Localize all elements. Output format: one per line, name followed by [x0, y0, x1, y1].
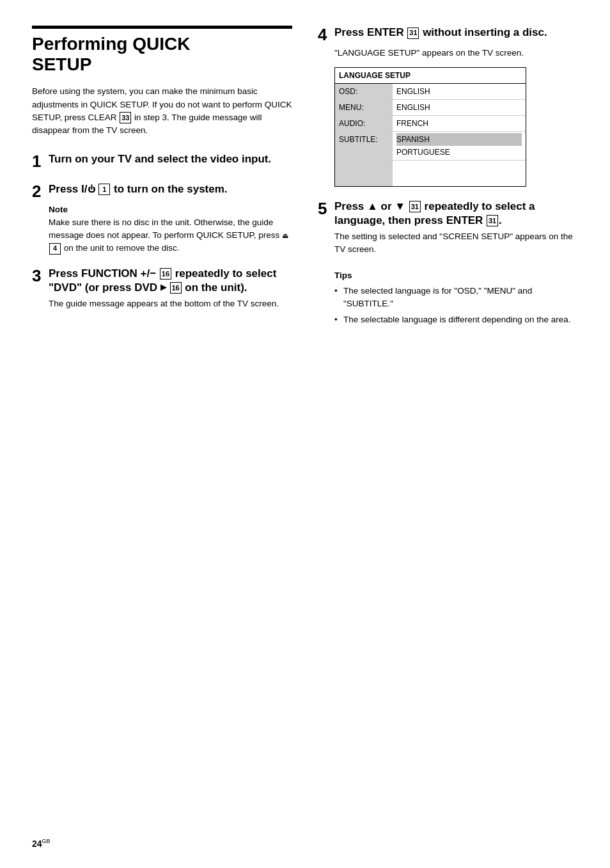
ls-title: LANGUAGE SETUP: [339, 71, 411, 80]
step-5-number: 5: [318, 200, 331, 218]
ls-row-subtitle: SUBTITLE: SPANISH PORTUGUESE: [335, 132, 526, 161]
step-2-body: Note Make sure there is no disc in the u…: [49, 203, 292, 255]
ref-31c: 31: [487, 215, 498, 226]
lang-french: FRENCH: [396, 117, 522, 130]
tip-1: The selected language is for "OSD," "MEN…: [334, 285, 578, 311]
intro-text: Before using the system, you can make th…: [32, 85, 292, 137]
lang-portuguese: PORTUGUESE: [396, 146, 522, 159]
step-5-body: The setting is selected and "SCREEN SETU…: [334, 230, 578, 326]
step-1-number: 1: [32, 152, 45, 171]
step-4-text: Press ENTER 31 without inserting a disc.: [334, 26, 578, 40]
ref-16a: 16: [160, 268, 171, 280]
ls-values-subtitle: SPANISH PORTUGUESE: [393, 132, 526, 160]
ref-4: 4: [49, 243, 61, 255]
language-setup-screen: LANGUAGE SETUP OSD: ENGLISH MENU: ENGLIS…: [334, 67, 526, 187]
ref-1: 1: [98, 184, 110, 195]
section-title: Performing QUICK SETUP: [32, 34, 292, 75]
ref-31a: 31: [407, 28, 419, 39]
ls-label-audio: AUDIO:: [335, 116, 393, 131]
tip-2: The selectable language is different dep…: [334, 313, 578, 326]
step-2-text: Press I/⏻ 1 to turn on the system.: [49, 182, 292, 196]
ls-label-menu: MENU:: [335, 100, 393, 115]
step-3-body: The guide message appears at the bottom …: [49, 297, 292, 310]
left-column: Performing QUICK SETUP Before using the …: [32, 26, 292, 842]
step-3-text: Press FUNCTION +/− 16 repeatedly to sele…: [49, 267, 292, 295]
tips-label: Tips: [334, 271, 352, 280]
step-1: 1 Turn on your TV and select the video i…: [32, 152, 292, 171]
step-1-text: Turn on your TV and select the video inp…: [49, 152, 292, 166]
ref-16b: 16: [170, 282, 182, 294]
ls-row-empty: [335, 161, 526, 186]
page-number: 24GB: [32, 838, 51, 849]
top-rule: [32, 26, 292, 29]
step-2-note-label: Note: [49, 205, 68, 214]
ls-values-audio: FRENCH: [393, 116, 526, 131]
ref-31b: 31: [409, 201, 421, 212]
ls-row-osd: OSD: ENGLISH: [335, 84, 526, 100]
ls-row-menu: MENU: ENGLISH: [335, 100, 526, 116]
ls-values-menu: ENGLISH: [393, 100, 526, 115]
ls-values-osd: ENGLISH: [393, 84, 526, 99]
ls-label-osd: OSD:: [335, 84, 393, 99]
step-4: 4 Press ENTER 31 without inserting a dis…: [318, 26, 578, 187]
step-4-body: "LANGUAGE SETUP" appears on the TV scree…: [334, 47, 578, 187]
ls-label-empty: [335, 161, 393, 186]
lang-spanish: SPANISH: [396, 133, 522, 146]
step-2-number: 2: [32, 182, 45, 201]
step-3: 3 Press FUNCTION +/− 16 repeatedly to se…: [32, 267, 292, 310]
step-5: 5 Press ▲ or ▼ 31 repeatedly to select a…: [318, 200, 578, 326]
step-4-number: 4: [318, 26, 331, 44]
step-2: 2 Press I/⏻ 1 to turn on the system. Not…: [32, 182, 292, 255]
lang-english-menu: ENGLISH: [396, 101, 522, 114]
step-3-number: 3: [32, 267, 45, 285]
ls-values-empty: [393, 161, 526, 186]
page: Performing QUICK SETUP Before using the …: [0, 0, 610, 868]
ls-header: LANGUAGE SETUP: [335, 68, 526, 84]
step-5-text: Press ▲ or ▼ 31 repeatedly to select a l…: [334, 200, 578, 228]
ref-33: 33: [120, 112, 131, 123]
right-column: 4 Press ENTER 31 without inserting a dis…: [318, 26, 578, 842]
tips-list: The selected language is for "OSD," "MEN…: [334, 285, 578, 326]
ls-label-subtitle: SUBTITLE:: [335, 132, 393, 160]
ls-row-audio: AUDIO: FRENCH: [335, 116, 526, 132]
lang-english-osd: ENGLISH: [396, 85, 522, 98]
